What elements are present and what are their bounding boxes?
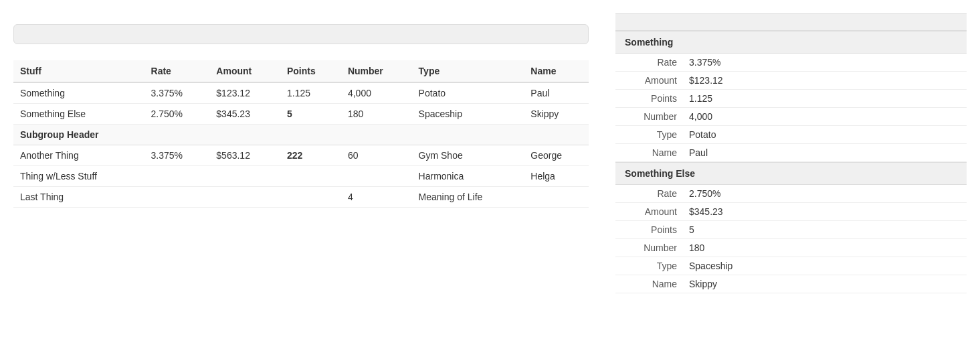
table-cell: 60 <box>341 145 412 166</box>
stack-label: Name <box>615 275 682 293</box>
stack-row: TypePotato <box>615 126 967 144</box>
stack-label: Type <box>615 126 682 144</box>
table-cell: 222 <box>280 145 341 166</box>
stack-title <box>615 13 967 31</box>
table-row: Another Thing3.375%$563.1222260Gym ShoeG… <box>13 145 589 166</box>
table-header-points: Points <box>280 60 341 82</box>
table-cell: 1.125 <box>280 82 341 104</box>
stack-value: $123.12 <box>682 72 967 90</box>
table-cell: 4 <box>341 187 412 208</box>
table-cell: Something Else <box>13 104 144 125</box>
table-cell <box>144 187 210 208</box>
table-cell: George <box>524 145 589 166</box>
stack-value: Potato <box>682 126 967 144</box>
right-panel: SomethingRate3.375%Amount$123.12Points1.… <box>615 13 967 293</box>
stack-value: 4,000 <box>682 108 967 126</box>
stack-row: Amount$345.23 <box>615 203 967 221</box>
table-cell: Harmonica <box>412 166 524 187</box>
table-header-row: StuffRateAmountPointsNumberTypeName <box>13 60 589 82</box>
stack-value: 2.750% <box>682 185 967 203</box>
stack-group-header: Something <box>615 31 967 54</box>
table-cell <box>280 166 341 187</box>
stack-label: Name <box>615 144 682 162</box>
stack-value: Spaceship <box>682 257 967 275</box>
table-cell: $345.23 <box>209 104 280 125</box>
stack-row: Number4,000 <box>615 108 967 126</box>
left-panel: StuffRateAmountPointsNumberTypeName Some… <box>13 13 589 208</box>
stack-value: Skippy <box>682 275 967 293</box>
stack-group-header: Something Else <box>615 162 967 185</box>
table-header-type: Type <box>412 60 524 82</box>
table-row: Something3.375%$123.121.1254,000PotatoPa… <box>13 82 589 104</box>
stack-value: 1.125 <box>682 90 967 108</box>
table-row: Subgroup Header <box>13 125 589 145</box>
table-cell: Something <box>13 82 144 104</box>
table-header-stuff: Stuff <box>13 60 144 82</box>
subgroup-header-cell: Subgroup Header <box>13 125 589 145</box>
stack-row: NamePaul <box>615 144 967 162</box>
stack-label: Number <box>615 239 682 257</box>
stack-table: Rate3.375%Amount$123.12Points1.125Number… <box>615 54 967 162</box>
stack-row: Amount$123.12 <box>615 72 967 90</box>
stack-label: Number <box>615 108 682 126</box>
table-cell <box>341 166 412 187</box>
table-cell <box>144 166 210 187</box>
table-header-amount: Amount <box>209 60 280 82</box>
stack-label: Points <box>615 90 682 108</box>
stack-row: NameSkippy <box>615 275 967 293</box>
stack-value: 3.375% <box>682 54 967 72</box>
stack-table: Rate2.750%Amount$345.23Points5Number180T… <box>615 185 967 293</box>
table-cell: 3.375% <box>144 82 210 104</box>
table-row: Last Thing4Meaning of Life <box>13 187 589 208</box>
table-cell <box>209 187 280 208</box>
stack-value: $345.23 <box>682 203 967 221</box>
table-cell: 5 <box>280 104 341 125</box>
table-cell: Potato <box>412 82 524 104</box>
table-cell: Gym Shoe <box>412 145 524 166</box>
code-block <box>13 24 589 44</box>
table-cell: 180 <box>341 104 412 125</box>
table-cell: Last Thing <box>13 187 144 208</box>
table-cell: Another Thing <box>13 145 144 166</box>
stack-row: Points5 <box>615 221 967 239</box>
table-cell: Paul <box>524 82 589 104</box>
stack-row: TypeSpaceship <box>615 257 967 275</box>
table-cell: Meaning of Life <box>412 187 524 208</box>
table-cell: 4,000 <box>341 82 412 104</box>
table-cell: $563.12 <box>209 145 280 166</box>
table-cell: 2.750% <box>144 104 210 125</box>
stack-row: Number180 <box>615 239 967 257</box>
table-cell <box>280 187 341 208</box>
stack-value: Paul <box>682 144 967 162</box>
table-cell <box>209 166 280 187</box>
table-cell: Skippy <box>524 104 589 125</box>
table-cell: Spaceship <box>412 104 524 125</box>
stack-row: Rate3.375% <box>615 54 967 72</box>
stack-group: SomethingRate3.375%Amount$123.12Points1.… <box>615 31 967 162</box>
table-header-number: Number <box>341 60 412 82</box>
table-header-rate: Rate <box>144 60 210 82</box>
stack-group: Something ElseRate2.750%Amount$345.23Poi… <box>615 162 967 293</box>
main-table: StuffRateAmountPointsNumberTypeName Some… <box>13 60 589 208</box>
table-cell: Helga <box>524 166 589 187</box>
stack-row: Rate2.750% <box>615 185 967 203</box>
stack-groups: SomethingRate3.375%Amount$123.12Points1.… <box>615 31 967 293</box>
table-cell: 3.375% <box>144 145 210 166</box>
table-cell: $123.12 <box>209 82 280 104</box>
stack-label: Amount <box>615 203 682 221</box>
table-row: Thing w/Less StuffHarmonicaHelga <box>13 166 589 187</box>
stack-label: Points <box>615 221 682 239</box>
stack-value: 5 <box>682 221 967 239</box>
stack-label: Rate <box>615 185 682 203</box>
table-header-name: Name <box>524 60 589 82</box>
stack-label: Amount <box>615 72 682 90</box>
table-cell: Thing w/Less Stuff <box>13 166 144 187</box>
table-cell <box>524 187 589 208</box>
table-row: Something Else2.750%$345.235180Spaceship… <box>13 104 589 125</box>
stack-label: Rate <box>615 54 682 72</box>
stack-row: Points1.125 <box>615 90 967 108</box>
stack-value: 180 <box>682 239 967 257</box>
stack-label: Type <box>615 257 682 275</box>
